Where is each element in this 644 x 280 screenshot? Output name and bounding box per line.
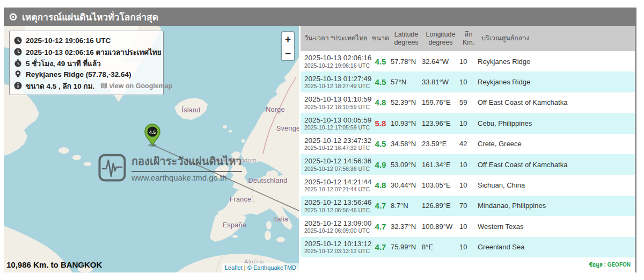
row-depth: 70 (459, 202, 478, 210)
col-header-magnitude: ขนาด (370, 34, 391, 42)
row-latitude: 57.78°N (391, 58, 422, 66)
row-longitude: 32.64°W (422, 58, 459, 66)
row-region: Western Texas (478, 222, 635, 231)
popup-utc-time: 2025-10-12 19:06:16 UTC (26, 37, 111, 45)
row-longitude: 100.89°W (422, 222, 459, 231)
row-region: Sichuan, China (478, 181, 635, 189)
row-utc-time: 2025-10-12 07:21:44 UTC (304, 186, 370, 192)
row-longitude: 159.76°E (422, 98, 459, 106)
table-row[interactable]: 2025-10-13 02:06:16 2025-10-12 19:06:16 … (301, 51, 635, 71)
info-icon (14, 82, 22, 90)
row-depth: 10 (459, 161, 478, 169)
row-region: Cebu, Philippines (478, 119, 635, 127)
row-latitude: 30.44°N (391, 181, 422, 189)
row-utc-time: 2025-10-12 06:56:46 UTC (304, 207, 370, 213)
table-row[interactable]: 2025-10-12 14:56:36 2025-10-12 07:56:36 … (301, 154, 635, 175)
table-row[interactable]: 2025-10-13 01:27:49 2025-10-12 18:27:49 … (301, 71, 635, 92)
table-footer: ข้อมูล : GEOFON (301, 257, 635, 272)
earthquaketmd-link[interactable]: © EarthquakeTMD (247, 264, 296, 271)
row-thai-time: 2025-10-12 13:56:46 (304, 198, 370, 207)
page-title: เหตุการณ์แผ่นดินไหวทั่วโลกล่าสุด (22, 10, 158, 24)
leaflet-map[interactable]: KalaallitNunaatÍslandNorgeSverigeUnited … (4, 26, 299, 272)
row-depth: 10 (459, 181, 478, 189)
row-depth: 10 (459, 243, 478, 251)
row-region: Mindanao, Philippines (478, 202, 635, 210)
table-row[interactable]: 2025-10-12 13:56:46 2025-10-12 06:56:46 … (301, 196, 635, 216)
table-row[interactable]: 2025-10-13 01:10:59 2025-10-12 18:10:59 … (301, 92, 635, 113)
row-magnitude: 4.8 (370, 98, 391, 107)
row-magnitude: 4.5 (370, 57, 391, 66)
row-latitude: 34.58°N (391, 140, 422, 148)
zoom-out-button[interactable]: − (282, 46, 294, 60)
row-thai-time: 2025-10-12 23:47:32 (304, 137, 370, 145)
row-latitude: 32.37°N (391, 222, 422, 231)
distance-to-bangkok: 10,986 Km. to BANGKOK (6, 260, 102, 269)
map-icon (100, 82, 107, 89)
row-depth: 10 (459, 119, 478, 127)
row-utc-time: 2025-10-12 06:09:00 UTC (304, 227, 370, 234)
table-row[interactable]: 2025-10-12 23:47:32 2025-10-12 16:47:32 … (301, 134, 635, 154)
popup-elapsed: 5 ชั่วโมง, 49 นาที ที่แล้ว (26, 58, 101, 69)
leaflet-link[interactable]: Leaflet (225, 264, 243, 271)
googlemap-link[interactable]: view on Googlemap (100, 82, 172, 90)
col-header-depth: ลึก Km. (459, 31, 478, 46)
row-region: Off East Coast of Kamchatka (478, 98, 635, 106)
watermark-title: กองเฝ้าระวังแผ่นดินไหว (131, 153, 242, 172)
row-magnitude: 4.5 (370, 77, 391, 87)
clock-icon (14, 37, 22, 45)
row-region: Reykjanes Ridge (478, 58, 635, 66)
watermark: กองเฝ้าระวังแผ่นดินไหว www.earthquake.tm… (98, 153, 242, 182)
table-row[interactable]: 2025-10-13 00:05:59 2025-10-12 17:05:59 … (301, 113, 635, 133)
col-header-latitude: Latitude degrees (391, 31, 422, 46)
col-header-region: บริเวณศูนย์กลาง (478, 34, 635, 42)
row-magnitude: 5.8 (370, 119, 391, 128)
row-latitude: 57°N (391, 78, 422, 86)
table-row[interactable]: 2025-10-12 13:09:00 2025-10-12 06:09:00 … (301, 216, 635, 236)
row-thai-time: 2025-10-12 10:13:12 (304, 240, 370, 248)
col-header-datetime: วัน-เวลา *ประเทศไทย (301, 34, 370, 42)
row-latitude: 75.99°N (391, 243, 422, 251)
row-depth: 42 (459, 140, 478, 148)
map-label: Italia (273, 216, 288, 223)
row-magnitude: 4.5 (370, 139, 391, 148)
earthquake-marker[interactable]: 4.5 (142, 124, 163, 147)
row-magnitude: 4.8 (370, 181, 391, 190)
row-thai-time: 2025-10-13 02:06:16 (304, 54, 370, 62)
table-row[interactable]: 2025-10-12 10:13:12 2025-10-12 03:13:12 … (301, 237, 635, 257)
row-region: Crete, Greece (478, 140, 635, 148)
record-icon (9, 13, 17, 21)
title-bar: เหตุการณ์แผ่นดินไหวทั่วโลกล่าสุด (4, 8, 636, 26)
earthquake-table-body: 2025-10-13 02:06:16 2025-10-12 19:06:16 … (301, 51, 635, 257)
earthquake-widget: เหตุการณ์แผ่นดินไหวทั่วโลกล่าสุด (4, 8, 636, 272)
row-utc-time: 2025-10-12 16:47:32 UTC (304, 145, 370, 151)
watermark-url: www.earthquake.tmd.go.th (131, 172, 242, 182)
row-magnitude: 4.7 (370, 201, 391, 210)
popup-magnitude-depth: ขนาด 4.5 , ลึก 10 กม. (26, 80, 94, 92)
row-latitude: 10.93°N (391, 119, 422, 127)
row-region: Off East Coast of Kamchatka (478, 161, 635, 169)
earthquake-table: วัน-เวลา *ประเทศไทย ขนาด Latitude degree… (301, 26, 636, 272)
row-longitude: 126.89°E (422, 202, 459, 210)
row-utc-time: 2025-10-12 18:10:59 UTC (304, 104, 370, 110)
row-thai-time: 2025-10-13 00:05:59 (304, 116, 370, 125)
table-header-row: วัน-เวลา *ประเทศไทย ขนาด Latitude degree… (301, 26, 635, 51)
row-thai-time: 2025-10-13 01:27:49 (304, 75, 370, 83)
row-magnitude: 4.7 (370, 222, 391, 231)
map-label: Deutschland (248, 177, 288, 184)
event-popup: 2025-10-12 19:06:16 UTC 2025-10-13 02:06… (9, 31, 164, 95)
row-thai-time: 2025-10-12 14:56:36 (304, 157, 370, 166)
row-utc-time: 2025-10-12 19:06:16 UTC (304, 62, 370, 69)
zoom-in-button[interactable]: + (282, 32, 294, 46)
row-magnitude: 4.9 (370, 160, 391, 169)
popup-location: Reykjanes Ridge (57.78,-32.64) (26, 70, 131, 78)
row-utc-time: 2025-10-12 03:13:12 UTC (304, 248, 370, 254)
table-row[interactable]: 2025-10-12 14:21:44 2025-10-12 07:21:44 … (301, 175, 635, 195)
row-magnitude: 4.7 (370, 242, 391, 252)
row-longitude: 33.81°W (422, 78, 459, 86)
row-thai-time: 2025-10-13 01:10:59 (304, 95, 370, 104)
row-utc-time: 2025-10-12 07:56:36 UTC (304, 166, 370, 172)
location-pin-icon (14, 70, 22, 78)
col-header-longitude: Longitude degrees (422, 31, 459, 46)
row-longitude: 103.05°E (422, 181, 459, 189)
map-label: España (223, 221, 246, 229)
